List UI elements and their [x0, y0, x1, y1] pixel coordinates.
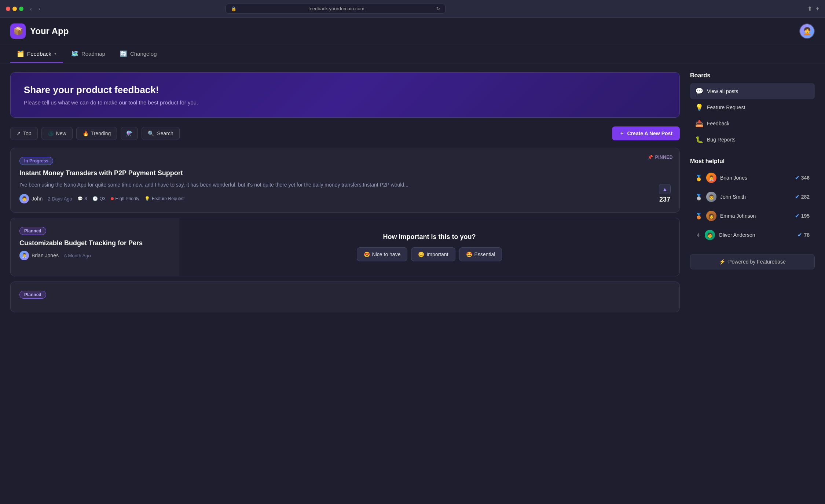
rank-medal-1: 🥇 — [695, 174, 703, 181]
helpful-avatar-4: 🧑 — [705, 230, 715, 240]
check-icon-4: ✔ — [798, 232, 802, 238]
lock-icon: 🔒 — [231, 6, 236, 11]
tab-roadmap[interactable]: 🗺️ Roadmap — [65, 45, 112, 63]
status-badge-planned-3: Planned — [19, 291, 46, 299]
post-card-2: Planned Customizable Budget Tracking for… — [10, 218, 680, 276]
share-button[interactable]: ⬆ — [807, 5, 812, 12]
essential-label: Essential — [474, 251, 495, 257]
filter-bar: ↗ Top 🌑 New 🔥 Trending ⚗️ 🔍 Search — [10, 126, 680, 140]
browser-nav-buttons: ‹ › — [28, 5, 42, 12]
post-1-comments: 💬 3 — [77, 196, 87, 201]
post-1-tag-label: Feature Request — [152, 196, 184, 201]
powered-by-button[interactable]: ⚡ Powered by Featurebase — [690, 254, 815, 269]
post-2-author-avatar: 👨‍💼 — [19, 251, 29, 260]
importance-overlay: How important is this to you? 😍 Nice to … — [179, 218, 679, 276]
post-1-priority: High Priority — [111, 196, 139, 201]
feedback-board-label: Feedback — [707, 121, 729, 126]
helpful-avatar-3: 👩 — [706, 211, 716, 221]
importance-important[interactable]: 😊 Important — [411, 247, 455, 261]
dropdown-arrow-icon: ▾ — [54, 51, 56, 56]
back-button[interactable]: ‹ — [28, 5, 34, 12]
search-icon: 🔍 — [148, 130, 154, 136]
bug-reports-label: Bug Reports — [707, 137, 736, 143]
sidebar-item-all-posts[interactable]: 💬 View all posts — [690, 83, 815, 99]
search-label: Search — [157, 130, 173, 136]
hero-title: Share your product feedback! — [24, 84, 666, 96]
post-1-vote-count: 237 — [659, 196, 670, 203]
post-1-upvote-button[interactable]: ▲ — [659, 184, 671, 194]
feedback-board-icon: 📥 — [695, 119, 703, 128]
browser-chrome: ‹ › 🔒 feedback.yourdomain.com ↻ ⬆ + — [0, 0, 825, 18]
nav-tabs: 🗂️ Feedback ▾ 🗺️ Roadmap 🔄 Changelog — [0, 45, 825, 63]
most-helpful-section: Most helpful 🥇 👨‍💼 Brian Jones ✔ 346 🥈 — [690, 158, 815, 244]
post-1-title[interactable]: Instant Money Transders with P2P Payment… — [19, 169, 671, 177]
forward-button[interactable]: › — [36, 5, 43, 12]
filter-options-button[interactable]: ⚗️ — [121, 127, 138, 140]
fullscreen-window-button[interactable] — [19, 7, 23, 11]
helpful-avatar-1: 👨‍💼 — [706, 173, 716, 183]
helpful-item-4[interactable]: 4 🧑 Oliver Anderson ✔ 78 — [690, 226, 815, 244]
helpful-count-1: ✔ 346 — [795, 175, 810, 181]
reload-icon: ↻ — [436, 6, 440, 11]
app-container: 📦 Your App 🧑‍🦱 🗂️ Feedback ▾ 🗺️ Roadmap … — [0, 18, 825, 504]
bug-reports-icon: 🐛 — [695, 136, 703, 144]
helpful-name-3: Emma Johnson — [720, 213, 791, 219]
important-icon: 😊 — [418, 251, 424, 257]
post-1-quarter-label: Q3 — [100, 196, 106, 201]
priority-dot — [111, 197, 114, 200]
boards-section: Boards 💬 View all posts 💡 Feature Reques… — [690, 72, 815, 148]
minimize-window-button[interactable] — [12, 7, 17, 11]
post-1-meta: 👨 John 2 Days Ago 💬 3 🕐 Q3 High Prio — [19, 194, 671, 203]
helpful-item-1[interactable]: 🥇 👨‍💼 Brian Jones ✔ 346 — [690, 169, 815, 187]
post-1-excerpt: I've been using the Nano App for quite s… — [19, 181, 540, 189]
check-icon-3: ✔ — [795, 213, 799, 219]
top-filter-icon: ↗ — [16, 130, 21, 136]
importance-essential[interactable]: 🤩 Essential — [459, 247, 502, 261]
helpful-count-3: ✔ 195 — [795, 213, 810, 219]
post-1-author: 👨 John — [19, 194, 43, 203]
post-1-author-name: John — [32, 196, 43, 202]
helpful-count-4: ✔ 78 — [798, 232, 810, 238]
create-post-button[interactable]: ＋ Create A New Post — [612, 126, 680, 140]
top-filter-label: Top — [23, 130, 32, 136]
post-2-time: A Month Ago — [64, 253, 91, 258]
content-area: Share your product feedback! Please tell… — [10, 72, 690, 317]
post-1-quarter: 🕐 Q3 — [92, 196, 106, 201]
user-avatar[interactable]: 🧑‍🦱 — [799, 23, 815, 39]
changelog-tab-icon: 🔄 — [120, 50, 127, 57]
top-filter-button[interactable]: ↗ Top — [10, 127, 38, 140]
sidebar: Boards 💬 View all posts 💡 Feature Reques… — [690, 72, 815, 317]
essential-icon: 🤩 — [466, 251, 472, 257]
helpful-item-2[interactable]: 🥈 👨 John Smith ✔ 282 — [690, 188, 815, 206]
new-filter-button[interactable]: 🌑 New — [41, 127, 73, 140]
tab-changelog[interactable]: 🔄 Changelog — [113, 45, 164, 63]
new-filter-label: New — [56, 130, 66, 136]
app-header: 📦 Your App 🧑‍🦱 — [0, 18, 825, 45]
post-2-author: 👨‍💼 Brian Jones — [19, 251, 59, 260]
all-posts-icon: 💬 — [695, 87, 703, 95]
sidebar-item-bug-reports[interactable]: 🐛 Bug Reports — [690, 132, 815, 148]
new-tab-button[interactable]: + — [816, 5, 819, 12]
post-card-1: 📌 PINNED In Progress Instant Money Trans… — [10, 148, 680, 213]
sidebar-item-feedback[interactable]: 📥 Feedback — [690, 115, 815, 132]
check-icon-1: ✔ — [795, 175, 799, 181]
importance-nice-to-have[interactable]: 😍 Nice to have — [357, 247, 408, 261]
sidebar-item-feature-request[interactable]: 💡 Feature Request — [690, 99, 815, 115]
importance-buttons: 😍 Nice to have 😊 Important 🤩 Essential — [357, 247, 502, 261]
search-button[interactable]: 🔍 Search — [142, 127, 179, 140]
post-1-tag: 💡 Feature Request — [144, 196, 184, 201]
helpful-title: Most helpful — [690, 158, 815, 165]
powered-by-label: Powered by Featurebase — [728, 259, 785, 265]
importance-title: How important is this to you? — [383, 233, 476, 241]
helpful-avatar-2: 👨 — [706, 192, 716, 202]
tab-feedback[interactable]: 🗂️ Feedback ▾ — [10, 45, 63, 63]
helpful-item-3[interactable]: 🥉 👩 Emma Johnson ✔ 195 — [690, 207, 815, 225]
pin-icon: 📌 — [648, 155, 653, 160]
helpful-count-2: ✔ 282 — [795, 194, 810, 200]
address-bar[interactable]: 🔒 feedback.yourdomain.com ↻ — [225, 4, 445, 14]
close-window-button[interactable] — [6, 7, 10, 11]
roadmap-tab-icon: 🗺️ — [71, 50, 78, 57]
create-post-label: Create A New Post — [627, 130, 672, 136]
logo-icon: 📦 — [10, 23, 26, 39]
trending-filter-button[interactable]: 🔥 Trending — [76, 127, 117, 140]
